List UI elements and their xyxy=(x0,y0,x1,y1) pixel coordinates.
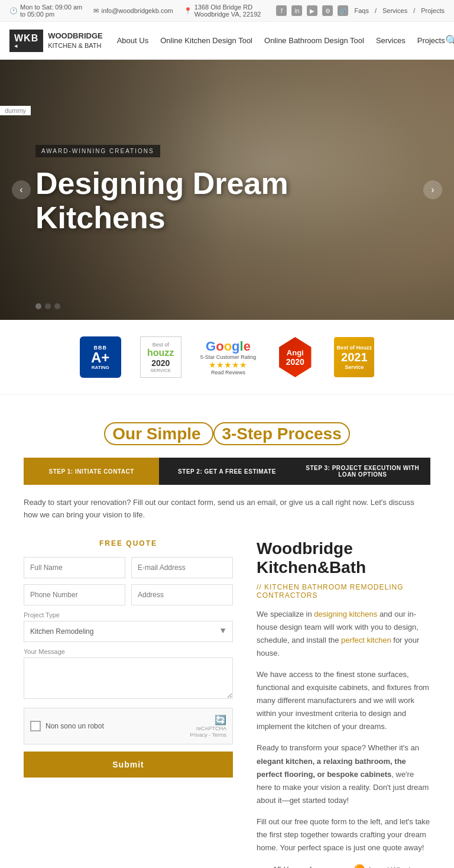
main-nav: WKB ◀ WOODBRIDGE KITCHEN & BATH About Us… xyxy=(0,22,454,60)
angi-badge: Angi 2020 xyxy=(275,337,315,377)
address-info: 📍 1368 Old Bridge RD Woodbridge VA, 2219… xyxy=(184,4,277,18)
top-bar-contact: 🕐 Mon to Sat: 09:00 am to 05:00 pm ✉ inf… xyxy=(9,4,276,18)
address-text: 1368 Old Bridge RD Woodbridge VA, 22192 xyxy=(194,4,277,18)
nav-link-projects-top[interactable]: Projects xyxy=(421,7,445,14)
share-icon[interactable]: 🔗 xyxy=(338,5,348,16)
instagram-icon[interactable]: in xyxy=(291,5,302,16)
hours-info: 🕐 Mon to Sat: 09:00 am to 05:00 pm xyxy=(9,4,83,18)
process-title: Our Simple 3-Step Process xyxy=(24,425,430,443)
content-para1: We specialize in designing kitchens and … xyxy=(257,608,430,660)
email-info: ✉ info@woodbridgekb.com xyxy=(93,7,173,15)
message-wrap: Your Message xyxy=(24,648,233,701)
nav-link-services[interactable]: Services xyxy=(376,36,406,45)
bbb-badge: BBB A+ RATING xyxy=(80,336,121,378)
badges-row: BBB A+ RATING Best of houzz 2020 SERVICE… xyxy=(0,320,454,395)
nav-links: About Us Online Kitchen Design Tool Onli… xyxy=(117,36,445,45)
hero-tag: AWARD-WINNING CREATIONS xyxy=(35,145,160,157)
captcha-brand: 🔄 reCAPTCHA Privacy - Terms xyxy=(190,714,226,739)
process-section: Our Simple 3-Step Process STEP 1: INITIA… xyxy=(0,395,454,522)
captcha-checkbox[interactable] xyxy=(30,721,41,731)
dummy-label: dummy xyxy=(0,106,31,115)
hero-prev-button[interactable]: ‹ xyxy=(12,180,31,199)
quote-form-col: FREE QUOTE Project Type Kitchen Remodeli… xyxy=(24,539,233,778)
top-bar: 🕐 Mon to Sat: 09:00 am to 05:00 pm ✉ inf… xyxy=(0,0,454,22)
hero-next-button[interactable]: › xyxy=(423,180,442,199)
top-bar-right: f in ▶ ⚙ 🔗 Faqs / Services / Projects xyxy=(276,5,445,16)
captcha-row: Non sono un robot 🔄 reCAPTCHA Privacy - … xyxy=(24,708,233,745)
process-tab-3[interactable]: STEP 3: PROJECT EXECUTION WITH LOAN OPTI… xyxy=(295,458,430,485)
captcha-label: Non sono un robot xyxy=(46,722,185,730)
nav-link-about[interactable]: About Us xyxy=(117,36,148,45)
content-para4: Fill out our free quote form to the left… xyxy=(257,815,430,854)
full-name-input[interactable] xyxy=(24,557,125,578)
nav-link-projects[interactable]: Projects xyxy=(417,36,445,45)
project-type-label: Project Type xyxy=(24,611,233,618)
award-icon: 🟠 xyxy=(354,864,365,868)
facebook-icon[interactable]: f xyxy=(276,5,287,16)
content-para3: Ready to transform your space? Whether i… xyxy=(257,741,430,807)
houzz-2020-badge: Best of houzz 2020 SERVICE xyxy=(140,336,181,378)
clock-icon: 🕐 xyxy=(9,7,18,15)
nav-link-faqs[interactable]: Faqs xyxy=(354,7,368,14)
form-phone-address-row xyxy=(24,584,233,605)
form-title: FREE QUOTE xyxy=(24,539,233,548)
content-subtitle: // KITCHEN BATHROOM REMODELING CONTRACTO… xyxy=(257,583,430,600)
designing-kitchens-link[interactable]: designing kitchens xyxy=(314,610,377,618)
nav-link-bathroom-tool[interactable]: Online Bathroom Design Tool xyxy=(264,36,364,45)
google-badge: Google 5-Star Customer Rating ★★★★★ Read… xyxy=(200,339,257,375)
search-button[interactable]: 🔍 xyxy=(445,34,454,47)
logo[interactable]: WKB ◀ WOODBRIDGE KITCHEN & BATH xyxy=(9,30,103,52)
perfect-kitchen-link[interactable]: perfect kitchen xyxy=(341,636,391,644)
content-features: 🏠 15 Years of Experience 🟠 Award Winning… xyxy=(257,864,430,868)
email-input[interactable] xyxy=(131,557,233,578)
form-name-email-row xyxy=(24,557,233,578)
logo-abbr: WKB ◀ xyxy=(9,30,43,52)
address-input[interactable] xyxy=(131,584,233,605)
content-col: Woodbridge Kitchen&Bath // KITCHEN BATHR… xyxy=(257,539,430,868)
phone-input[interactable] xyxy=(24,584,125,605)
nav-link-kitchen-tool[interactable]: Online Kitchen Design Tool xyxy=(160,36,252,45)
content-title: Woodbridge Kitchen&Bath xyxy=(257,539,430,577)
nav-link-services-top[interactable]: Services xyxy=(382,7,407,14)
houzz-2021-badge: Best of Houzz 2021 Service xyxy=(334,337,374,377)
process-description: Ready to start your renovation? Fill out… xyxy=(24,497,430,522)
feature-experience: 🏠 15 Years of Experience 🟠 Award Winning… xyxy=(257,864,430,868)
hours-text: Mon to Sat: 09:00 am to 05:00 pm xyxy=(20,4,83,18)
process-tab-1[interactable]: STEP 1: INITIATE CONTACT xyxy=(24,458,159,485)
project-type-select[interactable]: Kitchen Remodeling Bathroom Remodeling F… xyxy=(24,621,233,642)
project-type-wrap: Project Type Kitchen Remodeling Bathroom… xyxy=(24,611,233,642)
message-label: Your Message xyxy=(24,648,233,655)
hero-content: AWARD-WINNING CREATIONS Designing Dream … xyxy=(0,121,454,258)
social-links: f in ▶ ⚙ 🔗 xyxy=(276,5,348,16)
submit-button[interactable]: Submit xyxy=(24,752,233,778)
email-text: info@woodbridgekb.com xyxy=(101,7,173,14)
hero-section: AWARD-WINNING CREATIONS Designing Dream … xyxy=(0,60,454,320)
pin-icon: 📍 xyxy=(184,7,192,15)
hero-title: Designing Dream Kitchens xyxy=(35,167,419,234)
youtube-icon[interactable]: ▶ xyxy=(307,5,317,16)
content-para2: We have access to the finest stone surfa… xyxy=(257,668,430,733)
link-icon[interactable]: ⚙ xyxy=(322,5,333,16)
logo-text: WOODBRIDGE KITCHEN & BATH xyxy=(48,31,102,50)
email-icon: ✉ xyxy=(93,7,99,15)
nav-actions: 🔍 rG SCHEDULE A VISIT xyxy=(445,27,454,54)
process-tabs: STEP 1: INITIATE CONTACT STEP 2: GET A F… xyxy=(24,458,430,485)
main-two-col: FREE QUOTE Project Type Kitchen Remodeli… xyxy=(0,539,454,868)
message-textarea[interactable] xyxy=(24,658,233,699)
process-highlight: 3-Step Process xyxy=(213,422,349,445)
process-tab-2[interactable]: STEP 2: GET A FREE ESTIMATE xyxy=(159,458,294,485)
